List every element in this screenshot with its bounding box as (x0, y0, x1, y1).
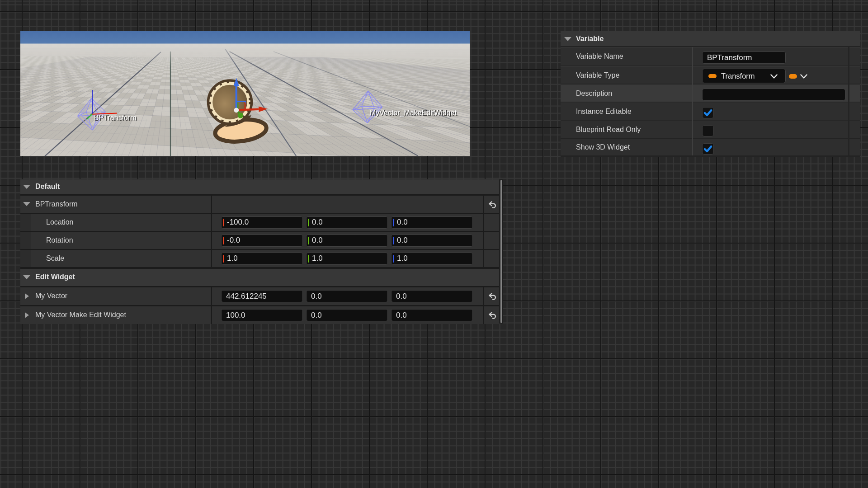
svg-text:BPTransform: BPTransform (94, 114, 137, 122)
svg-text:MyVector_MakeEditWidget: MyVector_MakeEditWidget (370, 109, 457, 117)
